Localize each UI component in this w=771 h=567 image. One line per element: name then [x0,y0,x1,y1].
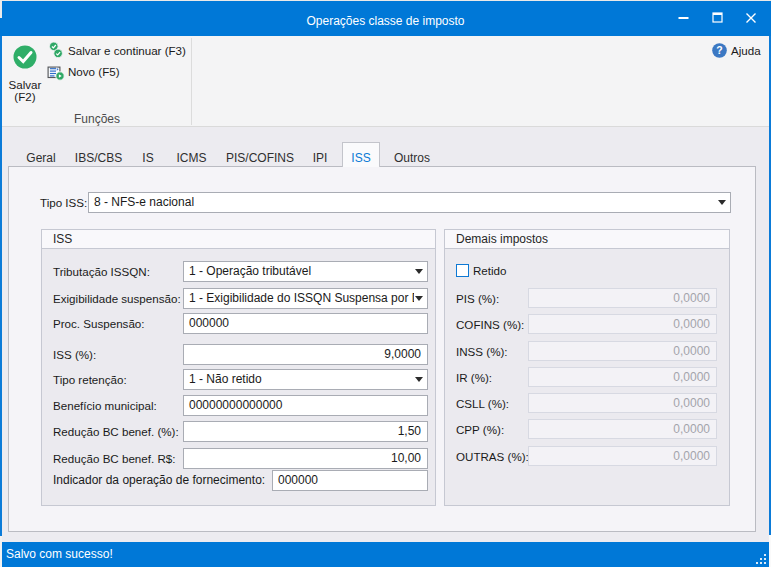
svg-text:?: ? [716,44,722,56]
